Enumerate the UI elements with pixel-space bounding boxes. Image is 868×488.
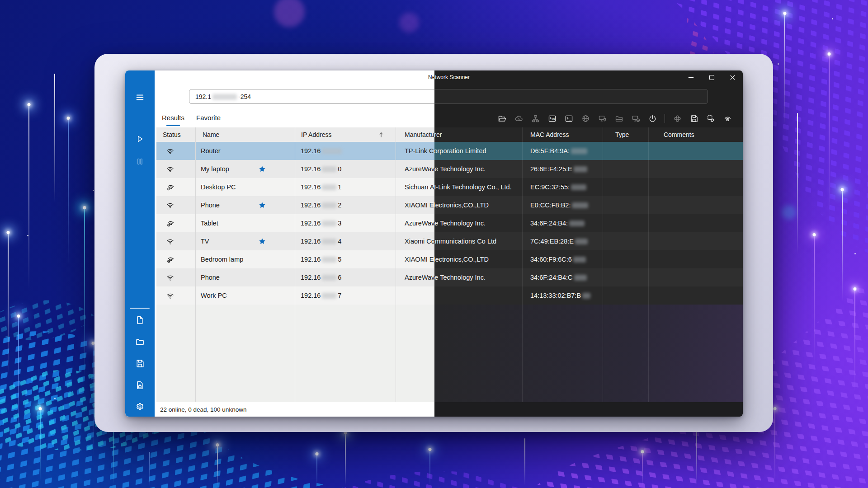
type-cell (603, 214, 648, 232)
report-icon (135, 380, 145, 390)
network-tree-button[interactable] (529, 112, 542, 125)
wifi-icon (166, 147, 175, 155)
status-cell (156, 232, 195, 250)
sidebar-divider (130, 308, 150, 309)
redacted-text (212, 94, 237, 100)
column-header-status[interactable]: Status (156, 127, 195, 142)
type-cell (603, 232, 648, 250)
column-header-type[interactable]: Type (603, 127, 648, 142)
favorite-star-icon[interactable] (259, 238, 266, 245)
wifi-icon (166, 165, 175, 174)
sidebar-play-button[interactable] (131, 130, 149, 148)
device-name: My laptop (201, 165, 229, 173)
globe-search-button[interactable] (153, 90, 167, 104)
status-cell (156, 142, 195, 160)
star-dot (832, 18, 833, 19)
folder-open-button[interactable] (495, 112, 508, 125)
remote-shield-button[interactable] (596, 112, 609, 125)
ssh-icon: SSH (548, 114, 557, 123)
device-name: Phone (201, 274, 220, 281)
wifi-unknown-icon (166, 255, 175, 264)
plugins-icon (673, 114, 682, 123)
add-monitor-button[interactable] (629, 112, 642, 125)
column-divider (195, 127, 196, 402)
column-divider (522, 127, 523, 402)
power-button[interactable] (646, 112, 659, 125)
shared-folder-button[interactable] (613, 112, 625, 125)
ip-address: 192.16 (301, 147, 343, 155)
mac-cell: 34:6F:24:B4: (522, 214, 603, 232)
light-beam (854, 289, 855, 398)
column-header-name[interactable]: Name (195, 127, 295, 142)
file-new-icon (135, 315, 145, 325)
mac-address: 34:60:F9:6C:6 (530, 256, 587, 263)
sidebar-folder-button[interactable] (131, 333, 149, 351)
ip-cell: 192.16 (295, 142, 396, 160)
cloud-icon (514, 114, 523, 123)
save-button[interactable] (688, 112, 700, 125)
mac-cell: 14:13:33:02:B7:B (522, 286, 603, 305)
comments-cell (648, 214, 743, 232)
light-beam (316, 454, 317, 488)
light-beam (429, 450, 430, 488)
comments-cell (648, 196, 743, 214)
light-beam (524, 438, 525, 488)
clear-button[interactable] (704, 112, 717, 125)
tab-results[interactable]: Results (162, 109, 184, 127)
plugins-button[interactable] (671, 112, 684, 125)
sidebar-save-button[interactable] (131, 354, 149, 372)
chevron-down-icon[interactable] (694, 92, 704, 102)
tab-favorite[interactable]: Favorite (196, 109, 221, 127)
favorite-star-icon[interactable] (259, 165, 266, 173)
svg-text:SSH: SSH (551, 118, 555, 121)
column-header-mac-address[interactable]: MAC Address (522, 127, 603, 142)
search-button[interactable] (715, 89, 730, 104)
sidebar-menu-button[interactable] (131, 88, 149, 106)
monitor-eye-icon (723, 114, 732, 123)
light-beam (814, 235, 815, 371)
light-beam (842, 190, 843, 307)
sidebar-report-button[interactable] (131, 376, 149, 394)
ip-cell: 192.165 (295, 250, 396, 268)
power-icon (648, 114, 657, 123)
ip-range-value: 192.1-254 (195, 93, 251, 100)
column-header-comments[interactable]: Comments (648, 127, 743, 142)
sidebar-pause-button[interactable] (131, 152, 149, 170)
mac-address: 34:6F:24:B4: (530, 220, 586, 227)
monitor-eye-button[interactable] (721, 112, 734, 125)
light-beam (829, 54, 830, 226)
screen-share-button[interactable] (171, 90, 184, 104)
column-divider (648, 127, 649, 402)
favorite-star-icon[interactable] (259, 202, 266, 209)
terminal-icon (565, 114, 573, 123)
cloud-button[interactable] (512, 112, 525, 125)
star-dot (27, 235, 28, 236)
name-cell: Router (195, 142, 295, 160)
type-cell (603, 268, 648, 286)
close-button[interactable] (722, 70, 743, 84)
sidebar-settings-button[interactable] (131, 398, 149, 416)
add-monitor-icon (632, 114, 640, 123)
column-header-ip-address[interactable]: IP Address (295, 127, 396, 142)
globe-icon (581, 114, 590, 123)
ip-cell: 192.163 (295, 214, 396, 232)
redacted-text (322, 257, 336, 263)
globe-button[interactable] (579, 112, 592, 125)
light-beam (8, 233, 9, 382)
minimize-button[interactable] (680, 70, 701, 84)
name-cell: Bedroom lamp (195, 250, 295, 268)
maximize-button[interactable] (701, 70, 722, 84)
mac-address: 34:6F:24:B4:C (530, 274, 588, 281)
terminal-button[interactable] (562, 112, 575, 125)
redacted-text (572, 202, 588, 208)
redacted-text (322, 148, 342, 154)
comments-cell (648, 232, 743, 250)
wifi-icon (166, 237, 175, 246)
play-icon (135, 134, 145, 144)
redacted-text (582, 293, 590, 299)
column-label: Name (203, 131, 219, 138)
ssh-button[interactable]: SSH (546, 112, 558, 125)
scan-summary: 22 online, 0 dead, 100 unknown (160, 406, 246, 413)
column-label: Type (615, 131, 629, 138)
sidebar-file-new-button[interactable] (131, 311, 149, 329)
